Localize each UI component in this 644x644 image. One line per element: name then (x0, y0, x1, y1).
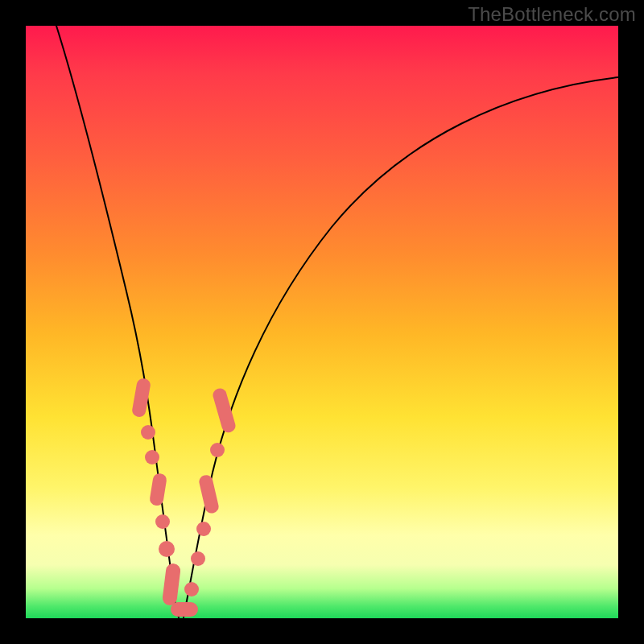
marker-capsule-right-mid (198, 474, 220, 515)
marker-dot (159, 541, 175, 557)
marker-dot (155, 514, 170, 529)
marker-capsule-right-upper (212, 387, 237, 435)
curve-right-branch (184, 77, 618, 617)
chart-frame: TheBottleneck.com (0, 0, 644, 644)
marker-capsule-bottom (171, 602, 198, 617)
marker-dot (141, 425, 155, 440)
watermark-text: TheBottleneck.com (468, 3, 636, 26)
curve-layer (26, 26, 618, 618)
marker-dot (191, 551, 205, 566)
plot-area (26, 26, 618, 618)
marker-dot (145, 450, 159, 464)
curve-left-branch (56, 26, 179, 617)
marker-dot (196, 522, 211, 536)
marker-capsule-left-lower (162, 563, 181, 606)
marker-capsule-left-mid (149, 473, 167, 506)
marker-dot (184, 582, 199, 597)
marker-dot (210, 443, 225, 457)
marker-capsule-left-upper (131, 378, 151, 418)
